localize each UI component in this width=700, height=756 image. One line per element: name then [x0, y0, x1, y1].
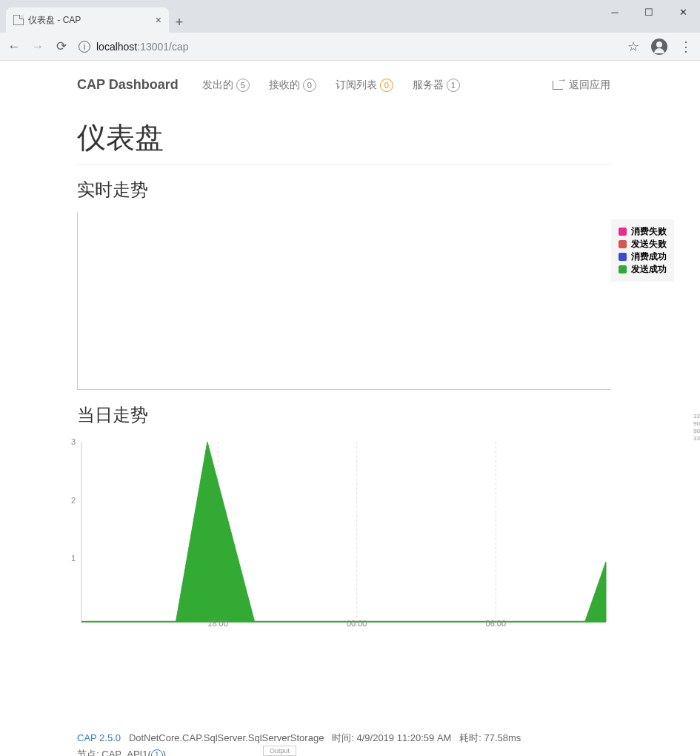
legend-item: 消费成功: [619, 251, 667, 263]
footer-latency: 77.58ms: [484, 732, 521, 743]
page-icon: [13, 15, 24, 25]
address-bar: ← → ⟳ i localhost:13001/cap ☆ ⋮: [0, 33, 700, 61]
bookmark-icon[interactable]: ☆: [627, 39, 639, 55]
browser-titlebar: 仪表盘 - CAP × + ─ ☐ ✕: [0, 0, 700, 33]
legend-item: 发送失败: [619, 238, 667, 251]
url-field[interactable]: i localhost:13001/cap: [79, 41, 617, 53]
top-nav: CAP Dashboard 发出的 5 接收的 0 订阅列表 0 服务器 1 返…: [77, 68, 610, 102]
nav-item-received[interactable]: 接收的 0: [269, 79, 316, 92]
brand[interactable]: CAP Dashboard: [77, 77, 179, 93]
back-button[interactable]: ←: [7, 39, 21, 54]
footer-node: CAP_API1: [101, 749, 147, 756]
url-host: localhost: [96, 41, 137, 53]
exit-icon: [553, 81, 563, 90]
page-viewport: 33909033 CAP Dashboard 发出的 5 接收的 0 订阅列表 …: [0, 61, 700, 756]
new-tab-button[interactable]: +: [169, 12, 190, 33]
footer: CAP 2.5.0 DotNetCore.CAP.SqlServer.SqlSe…: [77, 730, 610, 756]
realtime-chart: 消费失败发送失败消费成功发送成功: [77, 212, 610, 390]
close-window-button[interactable]: ✕: [666, 0, 700, 24]
background-artifact-bottom: Output: [263, 746, 296, 756]
daily-chart-title: 当日走势: [77, 403, 610, 427]
window-controls: ─ ☐ ✕: [598, 0, 700, 24]
site-info-icon[interactable]: i: [79, 41, 90, 53]
minimize-button[interactable]: ─: [598, 0, 632, 24]
nav-item-subscribers[interactable]: 订阅列表 0: [336, 79, 393, 92]
tab-title: 仪表盘 - CAP: [28, 14, 81, 27]
footer-storage: DotNetCore.CAP.SqlServer.SqlServerStorag…: [129, 732, 324, 743]
background-artifact: 33909033: [693, 413, 700, 442]
daily-chart: 12318:0000:0006:00: [77, 437, 610, 626]
maximize-button[interactable]: ☐: [632, 0, 666, 24]
url-path: :13001/cap: [137, 41, 188, 53]
tab-close-icon[interactable]: ×: [156, 14, 161, 26]
profile-icon[interactable]: [651, 39, 667, 55]
page-title: 仪表盘: [77, 118, 610, 165]
footer-time: 4/9/2019 11:20:59 AM: [356, 732, 451, 743]
browser-tab[interactable]: 仪表盘 - CAP ×: [6, 7, 169, 33]
legend-item: 消费失败: [619, 225, 667, 238]
menu-icon[interactable]: ⋮: [679, 39, 693, 55]
legend-item: 发送成功: [619, 263, 667, 276]
nav-item-servers[interactable]: 服务器 1: [413, 79, 460, 92]
forward-button[interactable]: →: [31, 39, 44, 54]
chart-legend: 消费失败发送失败消费成功发送成功: [611, 219, 674, 282]
footer-version-link[interactable]: CAP 2.5.0: [77, 732, 121, 743]
nav-back-to-app[interactable]: 返回应用: [553, 79, 610, 92]
realtime-chart-title: 实时走势: [77, 178, 610, 202]
reload-button[interactable]: ⟳: [55, 39, 68, 54]
nav-item-published[interactable]: 发出的 5: [202, 79, 250, 92]
